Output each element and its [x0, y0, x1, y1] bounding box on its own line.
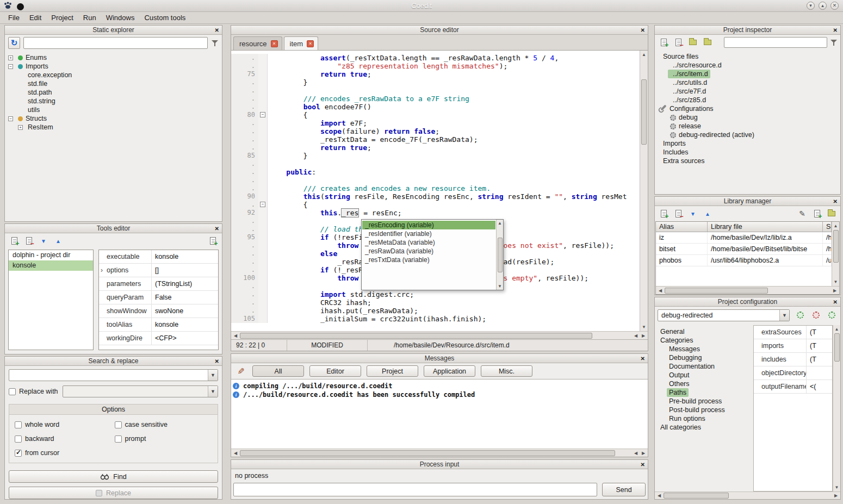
property-value[interactable]: [] [152, 264, 218, 277]
checkbox-box[interactable] [15, 450, 22, 457]
process-input-field[interactable] [233, 483, 597, 496]
category-item[interactable]: Categories [655, 336, 748, 345]
config-horizontal-scrollbar[interactable]: ◀ ▶ [655, 491, 840, 499]
replace-button[interactable]: Replace [9, 487, 218, 499]
scroll-up-icon[interactable]: ▲ [834, 326, 840, 332]
explorer-search-input[interactable] [23, 37, 208, 49]
category-item[interactable]: Debugging [655, 353, 748, 362]
scroll-down-icon[interactable]: ▼ [641, 324, 647, 330]
category-item[interactable]: Messages [655, 345, 748, 353]
scroll-left-icon[interactable]: ◀ [633, 333, 639, 339]
inspector-item[interactable]: Extra sources [655, 157, 840, 165]
property-value[interactable]: (TStringList) [152, 277, 218, 290]
scrollbar-thumb[interactable] [498, 238, 503, 272]
scroll-up-icon[interactable]: ▲ [833, 223, 839, 229]
config-vertical-scrollbar[interactable]: ▲ ▼ [833, 325, 840, 491]
category-item[interactable]: General [655, 327, 748, 336]
move-library-up-button[interactable]: ▲ [702, 208, 714, 220]
tool-item[interactable]: konsole [9, 260, 93, 271]
remove-tool-button[interactable] [23, 235, 35, 247]
scrollbar-thumb[interactable] [664, 493, 729, 499]
open-library-button[interactable] [826, 208, 838, 220]
add-configuration-button[interactable] [827, 309, 838, 321]
close-tab-icon[interactable]: × [307, 40, 314, 47]
messages-horizontal-scrollbar[interactable]: ◀ ◀ ▶ [231, 449, 648, 457]
scroll-up-icon[interactable]: ▲ [641, 52, 647, 58]
close-panel-icon[interactable]: ✕ [833, 298, 838, 307]
remove-source-button[interactable] [672, 36, 684, 48]
explorer-item[interactable]: std.path [5, 88, 222, 97]
scroll-right-icon[interactable]: ▶ [833, 493, 839, 499]
app-menu-icon[interactable] [17, 3, 24, 10]
inspector-item[interactable]: ../src/utils.d [655, 78, 840, 87]
filter-misc[interactable]: Misc. [481, 365, 532, 377]
completion-item[interactable]: _resRawData (variable) [362, 247, 495, 256]
scroll-down-icon[interactable]: ▼ [497, 283, 503, 289]
inspector-item[interactable]: Source files [655, 52, 840, 61]
scroll-left-icon[interactable]: ◀ [232, 450, 239, 456]
scroll-right-icon[interactable]: ▶ [640, 450, 647, 456]
explorer-item[interactable]: std.string [5, 97, 222, 105]
property-value[interactable]: swoNone [152, 304, 218, 318]
explorer-item[interactable]: −Imports [5, 62, 222, 71]
category-item[interactable]: Run options [655, 414, 748, 423]
close-panel-icon[interactable]: ✕ [833, 26, 838, 35]
expand-icon[interactable]: + [8, 55, 13, 60]
filter-project[interactable]: Project [367, 365, 418, 377]
add-folder-button[interactable] [687, 36, 699, 48]
close-panel-icon[interactable]: ✕ [215, 26, 219, 35]
library-column-header[interactable]: Alias [656, 222, 708, 232]
library-horizontal-scrollbar[interactable]: ◀ ▶ [656, 286, 839, 294]
property-value[interactable]: (T [807, 326, 832, 339]
scroll-up-icon[interactable]: ▲ [497, 220, 503, 226]
inspector-item[interactable]: release [655, 122, 840, 130]
explorer-item[interactable]: −Structs [5, 114, 222, 123]
explorer-item[interactable]: +Enums [5, 53, 222, 62]
property-value[interactable]: False [152, 291, 218, 304]
menu-item-windows[interactable]: Windows [101, 12, 140, 23]
category-item[interactable]: Paths [655, 388, 748, 397]
inspector-item[interactable]: Includes [655, 148, 840, 157]
filter-icon[interactable] [830, 39, 838, 46]
move-library-down-button[interactable]: ▼ [687, 208, 699, 220]
explorer-item[interactable]: utils [5, 105, 222, 114]
library-column-header[interactable]: Library file [708, 222, 823, 232]
property-value[interactable]: <( [807, 380, 832, 393]
completion-scrollbar[interactable]: ▲ ▼ [496, 220, 503, 290]
library-row[interactable]: phobos/usr/lib64/libphobos2.a/us [656, 255, 832, 266]
editor-horizontal-scrollbar[interactable]: ◀ ◀ ▶ [231, 331, 648, 339]
scroll-right-icon[interactable]: ▶ [832, 288, 838, 294]
open-folder-button[interactable] [702, 36, 714, 48]
scroll-left-icon[interactable]: ◀ [656, 493, 662, 499]
scrollbar-thumb[interactable] [641, 79, 647, 145]
property-value[interactable]: konsole [152, 250, 218, 263]
property-value[interactable]: (T [807, 353, 832, 366]
checkbox-box[interactable] [15, 421, 22, 428]
menu-item-file[interactable]: File [3, 12, 24, 23]
editor-vertical-scrollbar[interactable]: ▲ ▼ [640, 51, 648, 331]
close-panel-icon[interactable]: ✕ [215, 225, 219, 233]
chevron-down-icon[interactable]: ▼ [779, 310, 789, 321]
library-column-header[interactable]: Su [823, 222, 832, 232]
scroll-left-icon[interactable]: ◀ [633, 450, 639, 456]
close-tab-icon[interactable]: × [271, 40, 278, 47]
checkbox-box[interactable] [115, 421, 122, 428]
move-tool-up-button[interactable]: ▲ [52, 235, 64, 247]
checkbox-box[interactable] [115, 435, 122, 443]
add-tool-button[interactable] [8, 235, 20, 247]
inspector-item[interactable]: debug-redirected (active) [655, 130, 840, 139]
send-button[interactable]: Send [602, 483, 646, 496]
checkbox-whole-word[interactable]: whole word [15, 421, 113, 428]
completion-item[interactable]: _resTxtData (variable) [362, 256, 495, 264]
property-value[interactable] [807, 366, 832, 379]
scroll-left-icon[interactable]: ◀ [657, 288, 664, 294]
checkbox-box[interactable] [15, 435, 22, 443]
maximize-button[interactable]: ▴ [819, 2, 827, 10]
close-panel-icon[interactable]: ✕ [215, 357, 219, 366]
property-value[interactable]: (T [807, 339, 832, 352]
close-panel-icon[interactable]: ✕ [641, 26, 645, 35]
expand-icon[interactable]: + [18, 125, 23, 130]
inspector-item[interactable]: ../src/item.d [655, 70, 840, 78]
explorer-item[interactable]: std.file [5, 79, 222, 88]
collapse-icon[interactable]: − [8, 64, 13, 69]
